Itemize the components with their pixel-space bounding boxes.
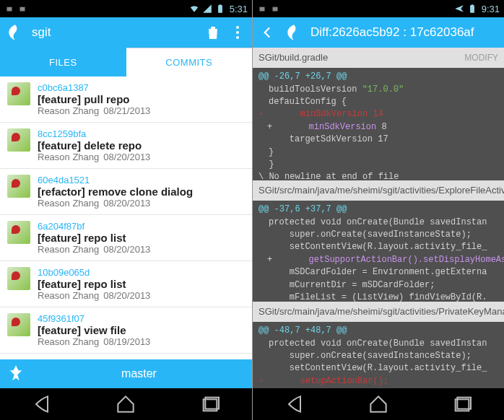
commit-message: [feature] repo list bbox=[38, 232, 245, 244]
branch-name[interactable]: master bbox=[26, 367, 252, 380]
diff-line: - minSdkVersion 14 bbox=[253, 108, 504, 121]
commit-hash: 8cc1259bfa bbox=[38, 128, 245, 139]
diff-line: mCurrentDir = mSDCardFolder; bbox=[253, 279, 504, 292]
back-icon[interactable] bbox=[258, 23, 277, 42]
home-button[interactable] bbox=[114, 393, 137, 416]
commit-list[interactable]: c0bc6a1387[feature] pull repoReason Zhan… bbox=[0, 76, 252, 359]
diff-line: setContentView(R.layout.activity_file_ bbox=[253, 241, 504, 253]
commit-hash: 10b09e065d bbox=[38, 267, 245, 278]
wifi-icon bbox=[189, 4, 199, 14]
diff-screen: 9:31 Diff:2626ac5b92 : 17c62036af SGit/b… bbox=[252, 0, 504, 420]
tab-files[interactable]: FILES bbox=[0, 48, 126, 76]
commit-message: [feature] repo list bbox=[38, 278, 245, 290]
diff-body: @@ -48,7 +48,7 @@protected void onCreate… bbox=[253, 322, 504, 388]
commit-row[interactable]: 6a204f87bf[feature] repo listReason Zhan… bbox=[0, 215, 252, 261]
commit-hash: 45f9361f07 bbox=[38, 313, 245, 324]
diff-line: buildToolsVersion "17.0.0" bbox=[253, 84, 504, 96]
tabs: FILES COMMITS bbox=[0, 48, 252, 76]
diff-line: + minSdkVersion 8 bbox=[253, 121, 504, 134]
commit-meta: Reason Zhang08/20/2013 bbox=[38, 290, 245, 301]
avatar bbox=[7, 82, 30, 105]
commit-hash: 60e4da1521 bbox=[38, 175, 245, 185]
battery-icon bbox=[215, 4, 225, 14]
commit-row[interactable]: c0bc6a1387[feature] pull repoReason Zhan… bbox=[0, 76, 252, 123]
status-time: 9:31 bbox=[482, 4, 500, 14]
back-button[interactable] bbox=[283, 393, 306, 416]
app-bar: Diff:2626ac5b92 : 17c62036af bbox=[253, 17, 504, 48]
android-icon bbox=[17, 4, 27, 14]
recents-button[interactable] bbox=[199, 393, 222, 416]
diff-list[interactable]: SGit/build.gradleMODIFY@@ -26,7 +26,7 @@… bbox=[253, 48, 504, 388]
diff-line: } bbox=[253, 146, 504, 159]
file-header[interactable]: SGit/src/main/java/me/sheimi/sgit/activi… bbox=[253, 302, 504, 322]
hunk-header: @@ -37,6 +37,7 @@ bbox=[253, 204, 504, 216]
android-icon bbox=[257, 4, 267, 14]
commit-hash: 6a204f87bf bbox=[38, 221, 245, 232]
overflow-menu-icon[interactable] bbox=[229, 24, 246, 41]
battery-icon bbox=[467, 4, 477, 14]
nav-bar bbox=[253, 388, 504, 420]
recents-button[interactable] bbox=[451, 393, 474, 416]
diff-body: @@ -37,6 +37,7 @@protected void onCreate… bbox=[253, 201, 504, 302]
app-title: sgit bbox=[32, 25, 197, 40]
commit-row[interactable]: 8cc1259bfa[feature] delete repoReason Zh… bbox=[0, 123, 252, 169]
hunk-header: @@ -26,7 +26,7 @@ bbox=[253, 71, 504, 83]
commit-row[interactable]: 60e4da1521[refactor] remove clone dialog… bbox=[0, 169, 252, 215]
avatar bbox=[7, 175, 30, 198]
delete-icon[interactable] bbox=[204, 24, 222, 41]
file-path: SGit/src/main/java/me/sheimi/sgit/activi… bbox=[258, 185, 504, 196]
commit-message: [feature] pull repo bbox=[38, 93, 245, 105]
diff-line: super.onCreate(savedInstanceState); bbox=[253, 229, 504, 241]
tab-commits[interactable]: COMMITS bbox=[126, 48, 253, 76]
diff-line: + getSupportActionBar().setDisplayHomeAs bbox=[253, 254, 504, 266]
diff-line: super.onCreate(savedInstanceState); bbox=[253, 350, 504, 362]
commit-message: [feature] delete repo bbox=[38, 139, 245, 152]
svg-point-0 bbox=[236, 26, 239, 29]
back-button[interactable] bbox=[30, 393, 53, 416]
svg-point-2 bbox=[236, 36, 239, 39]
diff-line: mSDCardFolder = Environment.getExterna bbox=[253, 266, 504, 279]
app-logo-icon[interactable] bbox=[6, 23, 25, 42]
diff-line: protected void onCreate(Bundle savedInst… bbox=[253, 216, 504, 229]
branch-bar: master bbox=[0, 359, 252, 388]
diff-line: protected void onCreate(Bundle savedInst… bbox=[253, 338, 504, 350]
diff-line: } bbox=[253, 159, 504, 171]
commit-meta: Reason Zhang08/20/2013 bbox=[38, 198, 245, 209]
diff-line: defaultConfig { bbox=[253, 96, 504, 108]
commit-row[interactable]: 45f9361f07[feature] view fileReason Zhan… bbox=[0, 307, 252, 354]
android-icon bbox=[4, 4, 14, 14]
commit-message: [refactor] remove clone dialog bbox=[38, 185, 245, 198]
commits-screen: 5:31 sgit FILES COMMITS c0bc6a1387[featu… bbox=[0, 0, 252, 420]
hunk-header: @@ -48,7 +48,7 @@ bbox=[253, 325, 504, 337]
file-path: SGit/src/main/java/me/sheimi/sgit/activi… bbox=[258, 306, 504, 318]
status-time: 5:31 bbox=[230, 4, 248, 14]
android-icon bbox=[270, 4, 280, 14]
status-bar: 5:31 bbox=[0, 0, 252, 17]
diff-line: targetSdkVersion 17 bbox=[253, 134, 504, 146]
commit-meta: Reason Zhang08/21/2013 bbox=[38, 105, 245, 116]
diff-line: \ No newline at end of file bbox=[253, 171, 504, 180]
commit-message: [feature] view file bbox=[38, 324, 245, 336]
commit-row[interactable]: 10b09e065d[feature] repo listReason Zhan… bbox=[0, 261, 252, 307]
file-header[interactable]: SGit/build.gradleMODIFY bbox=[253, 48, 504, 68]
commit-meta: Reason Zhang08/20/2013 bbox=[38, 152, 245, 162]
diff-line: mFileList = (ListView) findViewById(R. bbox=[253, 292, 504, 302]
pin-icon[interactable] bbox=[6, 364, 26, 384]
signal-icon bbox=[202, 4, 212, 14]
commit-meta: Reason Zhang08/19/2013 bbox=[38, 336, 245, 347]
app-logo-icon bbox=[284, 23, 303, 42]
home-button[interactable] bbox=[367, 393, 390, 416]
commit-meta: Reason Zhang08/20/2013 bbox=[38, 244, 245, 255]
file-path: SGit/build.gradle bbox=[258, 52, 464, 64]
avatar bbox=[7, 221, 30, 244]
avatar bbox=[7, 267, 30, 290]
diff-body: @@ -26,7 +26,7 @@buildToolsVersion "17.0… bbox=[253, 68, 504, 180]
change-type: MODIFY bbox=[464, 53, 498, 63]
avatar bbox=[7, 128, 30, 152]
diff-line: - setupActionBar(); bbox=[253, 375, 504, 388]
airplane-icon bbox=[454, 4, 464, 14]
diff-line: setContentView(R.layout.activity_file_ bbox=[253, 362, 504, 375]
nav-bar bbox=[0, 388, 252, 420]
commit-hash: c0bc6a1387 bbox=[38, 82, 245, 93]
file-header[interactable]: SGit/src/main/java/me/sheimi/sgit/activi… bbox=[253, 180, 504, 201]
